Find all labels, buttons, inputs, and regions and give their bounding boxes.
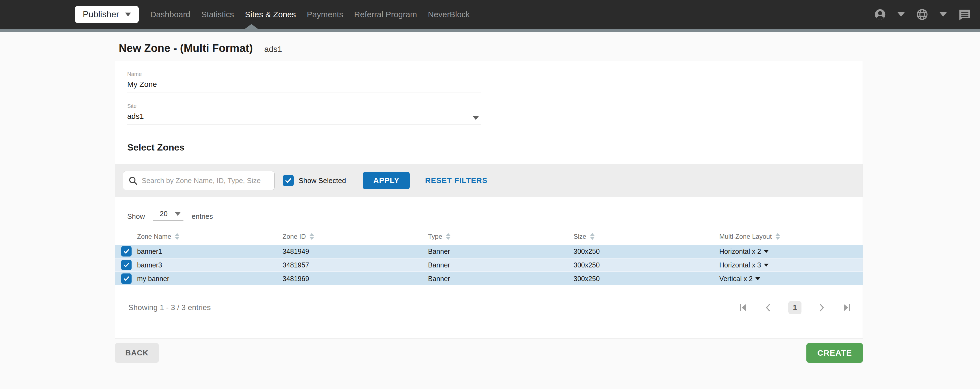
page-title: New Zone - (Multi Format) (119, 42, 253, 54)
header-strip (0, 29, 980, 32)
zones-table-body: banner1 3481949 Banner 300x250 Horizonta… (115, 245, 862, 285)
check-icon (123, 261, 130, 268)
sort-icon (446, 233, 450, 240)
caret-down-icon[interactable] (897, 12, 905, 17)
column-header-size[interactable]: Size (574, 233, 719, 241)
account-icon[interactable] (874, 8, 886, 21)
publisher-menu-button[interactable]: Publisher (75, 6, 139, 23)
zone-name-cell: banner3 (137, 261, 283, 269)
nav-item-sites-zones[interactable]: Sites & Zones (245, 10, 296, 19)
table-row: my banner 3481969 Banner 300x250 Vertica… (115, 272, 862, 285)
row-checkbox[interactable] (121, 246, 132, 257)
sort-icon (175, 233, 179, 240)
multi-zone-layout-select[interactable]: Horizontal x 2 (719, 247, 862, 255)
create-button[interactable]: CREATE (807, 343, 863, 363)
multi-zone-layout-select[interactable]: Horizontal x 3 (719, 261, 862, 269)
nav-items: Dashboard Statistics Sites & Zones Payme… (150, 10, 469, 19)
next-page-icon[interactable] (817, 303, 826, 312)
nav-right-icons (874, 8, 971, 21)
page-size-row: Show 20 entries (127, 209, 851, 221)
caret-down-icon (125, 13, 131, 16)
name-field-label: Name (127, 71, 481, 77)
nav-item-neverblock[interactable]: NeverBlock (428, 10, 469, 19)
table-footer: Showing 1 - 3 / 3 entries 1 (127, 301, 852, 314)
page-subtitle: ads1 (264, 45, 282, 54)
zone-id-cell: 3481969 (283, 275, 428, 283)
zone-size-cell: 300x250 (574, 247, 719, 255)
column-header-zone-name[interactable]: Zone Name (137, 233, 283, 241)
zone-id-cell: 3481957 (283, 261, 428, 269)
publisher-label: Publisher (83, 9, 119, 19)
zone-search-input[interactable] (142, 177, 269, 185)
zone-name-cell: my banner (137, 275, 283, 283)
top-navigation: Publisher Dashboard Statistics Sites & Z… (0, 0, 980, 29)
row-checkbox[interactable] (121, 260, 132, 270)
zone-size-cell: 300x250 (574, 275, 719, 283)
last-page-icon[interactable] (842, 303, 852, 312)
zone-size-cell: 300x250 (574, 261, 719, 269)
caret-down-icon (764, 250, 769, 253)
reset-filters-link[interactable]: RESET FILTERS (425, 176, 488, 185)
zones-table: Zone Name Zone ID Type Size Multi-Zone L… (115, 229, 862, 285)
page-size-select[interactable]: 20 (153, 209, 183, 221)
zone-type-cell: Banner (428, 247, 574, 255)
check-icon (285, 177, 292, 184)
zone-type-cell: Banner (428, 261, 574, 269)
chat-icon[interactable] (958, 8, 971, 21)
zone-form-card: Name Site ads1 Select Zones Show Selecte… (115, 61, 863, 338)
zone-search-box[interactable] (123, 171, 275, 190)
zones-table-header: Zone Name Zone ID Type Size Multi-Zone L… (115, 229, 862, 244)
site-field-group: Site ads1 (127, 103, 481, 125)
zone-type-cell: Banner (428, 275, 574, 283)
nav-item-statistics[interactable]: Statistics (201, 10, 234, 19)
check-icon (123, 248, 130, 255)
show-selected-label[interactable]: Show Selected (299, 177, 346, 185)
sort-icon (590, 233, 595, 240)
table-row: banner3 3481957 Banner 300x250 Horizonta… (115, 258, 862, 271)
multi-zone-layout-select[interactable]: Vertical x 2 (719, 275, 862, 283)
caret-down-icon (755, 277, 760, 280)
search-icon (128, 175, 138, 185)
name-input[interactable] (127, 77, 481, 93)
column-header-multi-zone-layout[interactable]: Multi-Zone Layout (719, 233, 862, 241)
show-selected-checkbox[interactable] (283, 175, 294, 186)
name-field-group: Name (127, 71, 481, 93)
column-header-type[interactable]: Type (428, 233, 574, 241)
column-header-zone-id[interactable]: Zone ID (283, 233, 428, 241)
previous-page-icon[interactable] (764, 303, 773, 312)
nav-item-payments[interactable]: Payments (307, 10, 343, 19)
page-size-value: 20 (160, 209, 168, 218)
select-zones-heading: Select Zones (127, 142, 851, 153)
nav-item-referral-program[interactable]: Referral Program (354, 10, 417, 19)
caret-down-icon (175, 212, 181, 216)
pagination: 1 (738, 301, 852, 314)
site-select-value: ads1 (127, 112, 144, 121)
site-select[interactable]: ads1 (127, 109, 481, 125)
row-checkbox[interactable] (121, 273, 132, 284)
show-label: Show (127, 212, 145, 221)
caret-down-icon (764, 264, 769, 266)
sort-icon (310, 233, 314, 240)
caret-down-icon[interactable] (940, 12, 947, 17)
active-tab-pointer (245, 24, 258, 29)
globe-icon[interactable] (916, 8, 928, 21)
zone-id-cell: 3481949 (283, 247, 428, 255)
table-row: banner1 3481949 Banner 300x250 Horizonta… (115, 245, 862, 258)
nav-item-dashboard[interactable]: Dashboard (150, 10, 190, 19)
back-button[interactable]: BACK (115, 343, 159, 363)
current-page-button[interactable]: 1 (788, 301, 802, 314)
bottom-action-bar: BACK CREATE (115, 343, 863, 363)
zone-name-cell: banner1 (137, 247, 283, 255)
sort-icon (776, 233, 780, 240)
check-icon (123, 275, 130, 282)
caret-down-icon (473, 116, 479, 120)
apply-button[interactable]: APPLY (363, 172, 410, 189)
entries-label: entries (192, 212, 213, 221)
page-head: New Zone - (Multi Format) ads1 (119, 42, 980, 54)
site-field-label: Site (127, 103, 481, 109)
first-page-icon[interactable] (738, 303, 748, 312)
zones-filter-toolbar: Show Selected APPLY RESET FILTERS (115, 164, 862, 197)
entries-summary: Showing 1 - 3 / 3 entries (128, 303, 211, 312)
